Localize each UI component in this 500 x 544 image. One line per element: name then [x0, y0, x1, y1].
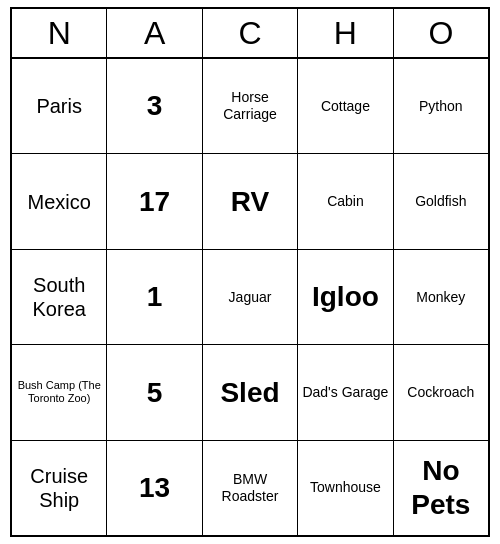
cell-r1-c1: 17 [107, 154, 202, 248]
header-cell-o: O [394, 9, 488, 57]
cell-r2-c3: Igloo [298, 250, 393, 344]
cell-r1-c2: RV [203, 154, 298, 248]
cell-r2-c1: 1 [107, 250, 202, 344]
cell-r1-c3: Cabin [298, 154, 393, 248]
header-cell-a: A [107, 9, 202, 57]
header-row: NACHO [12, 9, 488, 59]
grid-row-2: South Korea1JaguarIglooMonkey [12, 250, 488, 345]
cell-r0-c2: Horse Carriage [203, 59, 298, 153]
cell-r1-c4: Goldfish [394, 154, 488, 248]
cell-r4-c4: No Pets [394, 441, 488, 535]
grid-row-4: Cruise Ship13BMW RoadsterTownhouseNo Pet… [12, 441, 488, 535]
cell-r2-c4: Monkey [394, 250, 488, 344]
cell-r3-c2: Sled [203, 345, 298, 439]
cell-r1-c0: Mexico [12, 154, 107, 248]
cell-r4-c2: BMW Roadster [203, 441, 298, 535]
cell-r3-c4: Cockroach [394, 345, 488, 439]
grid-row-0: Paris3Horse CarriageCottagePython [12, 59, 488, 154]
grid: Paris3Horse CarriageCottagePythonMexico1… [12, 59, 488, 535]
grid-row-1: Mexico17RVCabinGoldfish [12, 154, 488, 249]
cell-r4-c1: 13 [107, 441, 202, 535]
cell-r3-c1: 5 [107, 345, 202, 439]
cell-r3-c3: Dad's Garage [298, 345, 393, 439]
cell-r0-c0: Paris [12, 59, 107, 153]
grid-row-3: Bush Camp (The Toronto Zoo)5SledDad's Ga… [12, 345, 488, 440]
cell-r0-c4: Python [394, 59, 488, 153]
header-cell-c: C [203, 9, 298, 57]
cell-r4-c3: Townhouse [298, 441, 393, 535]
cell-r2-c2: Jaguar [203, 250, 298, 344]
header-cell-n: N [12, 9, 107, 57]
bingo-card: NACHO Paris3Horse CarriageCottagePythonM… [10, 7, 490, 537]
cell-r4-c0: Cruise Ship [12, 441, 107, 535]
cell-r3-c0: Bush Camp (The Toronto Zoo) [12, 345, 107, 439]
cell-r0-c1: 3 [107, 59, 202, 153]
cell-r0-c3: Cottage [298, 59, 393, 153]
cell-r2-c0: South Korea [12, 250, 107, 344]
header-cell-h: H [298, 9, 393, 57]
